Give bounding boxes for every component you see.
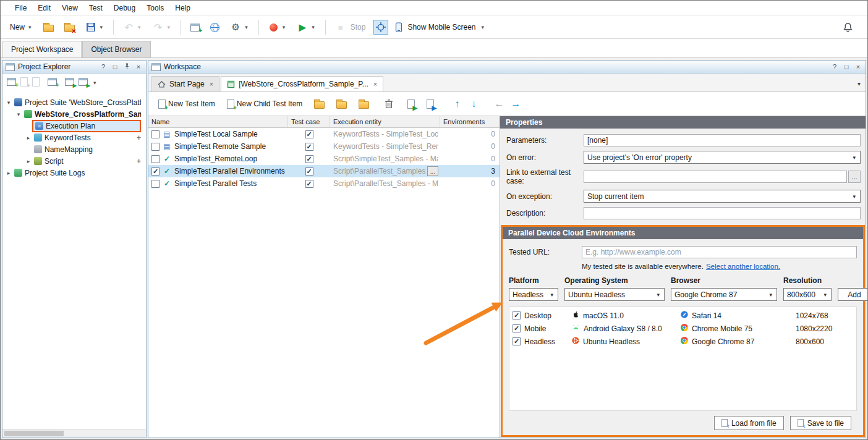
- tree-item-body[interactable]: Script: [32, 156, 66, 166]
- menu-item[interactable]: Edit: [32, 2, 56, 14]
- test-item-row[interactable]: SimpleTest Local Sample KeywordTests - S…: [148, 128, 500, 140]
- tree-item[interactable]: ▾ WebStore_CrossPlatform_Sam: [2, 108, 146, 120]
- tree-expander[interactable]: ▾: [15, 111, 22, 117]
- column-header-environments[interactable]: Environments: [440, 116, 500, 127]
- stop-button[interactable]: ■Stop: [331, 19, 372, 35]
- test-item-row[interactable]: SimpleTest Parallel Tests Script\Paralle…: [148, 177, 500, 190]
- tree-expander[interactable]: ▸: [25, 158, 32, 164]
- move-left-button[interactable]: ←: [492, 98, 506, 109]
- test-case-checkbox[interactable]: [305, 180, 313, 188]
- new-item-button[interactable]: +: [20, 77, 28, 88]
- tree-item[interactable]: ▸ Project Suite Logs: [2, 167, 146, 179]
- item-enabled-checkbox[interactable]: [151, 167, 160, 176]
- display-object-spy-toggle[interactable]: [373, 20, 388, 35]
- new-button[interactable]: New▾: [6, 20, 37, 34]
- save-button[interactable]: ▾: [81, 20, 109, 34]
- save-to-file-button[interactable]: ↓Save to file: [790, 416, 851, 430]
- entity-browse-button[interactable]: ...: [427, 166, 438, 176]
- menu-item[interactable]: File: [9, 2, 32, 14]
- perspective-tab[interactable]: Object Browser: [82, 41, 150, 57]
- run-project-suite-button[interactable]: ▶: [79, 78, 88, 88]
- os-select[interactable]: Ubuntu Headless▾: [564, 288, 665, 301]
- horizontal-scrollbar[interactable]: [2, 429, 146, 438]
- description-field[interactable]: [584, 207, 861, 219]
- on-error-select[interactable]: Use project's 'On error' property▾: [584, 151, 861, 164]
- help-icon[interactable]: ?: [830, 63, 839, 70]
- resolution-select[interactable]: 800x600▾: [783, 288, 832, 301]
- menu-item[interactable]: Test: [83, 2, 108, 14]
- run-focused-button[interactable]: ▶: [422, 97, 438, 111]
- test-case-checkbox[interactable]: [305, 143, 313, 151]
- test-item-row[interactable]: SimpleTest Remote Sample KeywordTests - …: [148, 140, 500, 153]
- close-icon[interactable]: ×: [134, 63, 143, 70]
- browser-select[interactable]: Google Chrome 87▾: [671, 288, 777, 301]
- tree-item-body[interactable]: Project Suite 'WebStore_CrossPlatform: [12, 98, 141, 108]
- environment-checkbox[interactable]: [513, 324, 521, 332]
- environment-row[interactable]: Desktop macOS 1: [509, 309, 856, 322]
- link-browse-button[interactable]: ...: [848, 171, 861, 183]
- move-right-button[interactable]: →: [509, 98, 522, 109]
- column-header-test-case[interactable]: Test case: [288, 116, 330, 127]
- record-button[interactable]: ▾: [264, 21, 291, 34]
- menu-item[interactable]: Help: [169, 2, 196, 14]
- link-external-field[interactable]: [584, 171, 847, 183]
- run-button[interactable]: ▶▾: [292, 19, 320, 35]
- test-item-row[interactable]: SimpleTest Parallel Environments Script\…: [148, 165, 500, 177]
- test-case-checkbox[interactable]: [305, 155, 313, 163]
- tools-button[interactable]: ⚙▾: [226, 19, 253, 35]
- tree-item[interactable]: ▸ Script +: [2, 155, 146, 167]
- load-from-file-button[interactable]: ↑Load from file: [714, 416, 784, 430]
- tree-expander[interactable]: ▸: [5, 170, 12, 176]
- redo-button[interactable]: ↷▾: [148, 19, 176, 35]
- menu-item[interactable]: Debug: [108, 2, 141, 14]
- tested-url-field[interactable]: [582, 246, 857, 258]
- tree-item[interactable]: ▸ KeywordTests +: [2, 132, 146, 143]
- tree-item-body[interactable]: NameMapping: [32, 145, 95, 154]
- maximize-icon[interactable]: □: [111, 63, 119, 70]
- tree-expander[interactable]: ▾: [5, 99, 12, 106]
- tree-item-body[interactable]: KeywordTests: [32, 133, 93, 143]
- add-new-item-button[interactable]: +: [186, 21, 204, 34]
- delete-item-button[interactable]: [380, 96, 398, 111]
- tree-item-body[interactable]: WebStore_CrossPlatform_Sam: [22, 109, 141, 119]
- add-existing-item-button[interactable]: +: [48, 78, 57, 88]
- tree-item-body[interactable]: Execution Plan: [32, 120, 141, 132]
- undo-button[interactable]: ↶▾: [119, 19, 147, 35]
- menu-item[interactable]: View: [56, 2, 83, 14]
- tab-list-dropdown[interactable]: ▾: [857, 80, 861, 87]
- perspective-tab[interactable]: Project Workspace: [2, 41, 82, 57]
- move-down-button[interactable]: ↓: [467, 98, 480, 109]
- menu-item[interactable]: Tools: [141, 2, 169, 14]
- item-enabled-checkbox[interactable]: [151, 180, 160, 188]
- add-environment-button[interactable]: Add: [838, 288, 868, 301]
- copy-item-button[interactable]: [32, 77, 40, 88]
- help-icon[interactable]: ?: [99, 63, 108, 70]
- scrollbar-thumb[interactable]: [4, 431, 64, 436]
- environment-checkbox[interactable]: [513, 311, 521, 319]
- platform-select[interactable]: Headless▾: [509, 288, 558, 301]
- new-child-test-item-button[interactable]: +New Child Test Item: [223, 97, 307, 111]
- test-case-checkbox[interactable]: [305, 130, 313, 138]
- editor-tab[interactable]: [WebStore_CrossPlatform_Sample_P... ×: [221, 76, 383, 91]
- environment-row[interactable]: Headless Ubuntu: [509, 335, 856, 348]
- tree-add-button[interactable]: +: [137, 157, 146, 166]
- add-project-item-button[interactable]: +: [7, 78, 16, 88]
- item-enabled-checkbox[interactable]: [151, 130, 160, 138]
- ungroup-items-button[interactable]: [354, 96, 373, 111]
- environment-checkbox[interactable]: [513, 337, 521, 345]
- notifications-button[interactable]: [838, 20, 857, 35]
- tab-close-icon[interactable]: ×: [208, 80, 213, 88]
- editor-tab[interactable]: Start Page ×: [151, 76, 219, 91]
- run-selected-button[interactable]: ▶: [403, 97, 419, 111]
- tree-item[interactable]: Execution Plan: [2, 120, 146, 132]
- web-checkpoint-button[interactable]: [206, 20, 224, 35]
- environment-row[interactable]: Mobile Android: [509, 322, 856, 335]
- pin-icon[interactable]: [122, 62, 131, 71]
- tab-close-icon[interactable]: ×: [372, 80, 377, 88]
- show-mobile-screen-button[interactable]: Show Mobile Screen ▾: [390, 20, 490, 35]
- select-location-link[interactable]: Select another location.: [706, 263, 780, 270]
- item-enabled-checkbox[interactable]: [151, 155, 160, 163]
- column-header-name[interactable]: Name: [148, 116, 288, 127]
- test-case-checkbox[interactable]: [305, 167, 313, 176]
- tree-item-body[interactable]: Project Suite Logs: [12, 168, 87, 178]
